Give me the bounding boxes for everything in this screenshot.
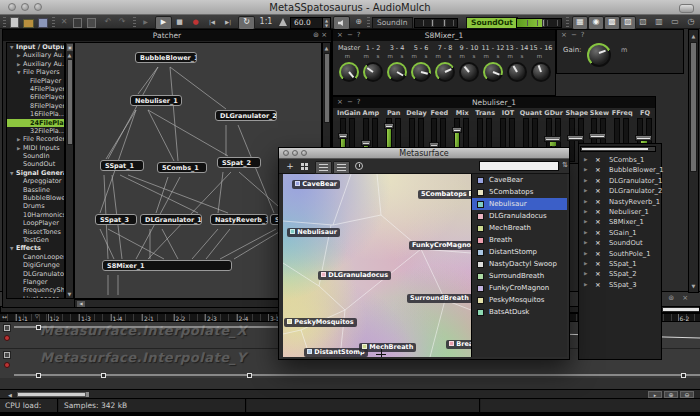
palette-item-bassline[interactable]: Bassline (7, 186, 64, 194)
zoom-in-button[interactable]: ⊕ (664, 391, 678, 398)
tempo-spinner[interactable]: ▲▼ (322, 17, 331, 29)
palette-item-flanger[interactable]: Flanger (7, 278, 64, 286)
automation-settings-icon[interactable]: ⊛ (668, 294, 674, 302)
slider-handle[interactable] (589, 133, 606, 139)
surface-snapshot-funkycromagnon[interactable]: FunkyCroMagnon (409, 241, 471, 250)
palette-item-8fileplayer[interactable]: 8FilePlayer (7, 102, 64, 110)
automation-target-5combs_1[interactable]: ▶×5Combs_1 (579, 155, 663, 165)
metronome-icon[interactable] (279, 18, 287, 26)
palette-item-drums[interactable]: Drums (7, 202, 64, 210)
snapshot-list-item[interactable]: Nebulisaur (472, 198, 567, 210)
automation-point[interactable] (36, 325, 41, 330)
nebuliser-minimize-icon[interactable]: − (347, 98, 357, 106)
copy-icon[interactable] (73, 18, 82, 28)
automation-target-sgain_1[interactable]: ▶×SGain_1 (579, 228, 663, 238)
expand-icon[interactable]: ▶ (584, 176, 587, 186)
expand-icon[interactable]: ▶ (584, 217, 587, 227)
history-clock-icon[interactable] (355, 162, 363, 170)
grid-view-icon[interactable] (301, 163, 308, 170)
palette-item-dlgranulator[interactable]: DLGranulator (7, 270, 64, 278)
channel-mute-solo[interactable]: m s (481, 53, 505, 59)
playhead-marker-icon[interactable]: ▽ (35, 313, 39, 319)
patch-node-sspat_1[interactable]: SSpat_1 (100, 160, 144, 171)
scroll-thumb[interactable] (663, 308, 699, 311)
palette-pin-icon[interactable]: ▣ (67, 44, 73, 51)
patch-node-nebuliser_1[interactable]: Nebuliser_1 (130, 95, 182, 106)
surface-snapshot-nebulisaur[interactable]: Nebulisaur (287, 228, 340, 237)
meter-handle[interactable] (443, 19, 446, 27)
network-clock-icon[interactable]: ⊕ (352, 16, 365, 28)
palette-item-fileplayer[interactable]: FilePlayer (7, 77, 64, 85)
delete-icon[interactable]: × (595, 176, 601, 186)
snapshots-view-icon[interactable]: ▨ (620, 16, 636, 30)
interpolation-crosshair[interactable] (376, 349, 386, 357)
patcher-settings-icon[interactable]: ⊛ (313, 31, 319, 39)
surface-snapshot-mechbreath[interactable]: MechBreath (359, 343, 416, 352)
scroll-thumb-cap[interactable] (86, 392, 89, 397)
patcher-view-icon[interactable]: ▦ (572, 16, 588, 30)
metasurface-canvas[interactable]: CaveBear5Combatops NebulisaurFunkyCroMag… (283, 174, 471, 357)
automation-target-sspat_2[interactable]: ▶×SSpat_2 (579, 269, 663, 279)
expand-icon[interactable]: ▶ (584, 165, 587, 175)
channel-knob[interactable] (459, 62, 479, 82)
list-view-1-icon[interactable] (315, 161, 332, 174)
palette-item-arpeggiator[interactable]: Arpeggiator (7, 177, 64, 185)
scroll-thumb[interactable] (324, 53, 330, 123)
channel-mute-solo[interactable]: m s (505, 53, 529, 59)
automation-target-nebuliser_1[interactable]: ▶×Nebuliser_1 (579, 207, 663, 217)
loop-button[interactable]: ↻ (238, 16, 255, 30)
snapshot-list-item[interactable]: SurroundBreath (472, 270, 567, 282)
palette-item-midiinputs[interactable]: ▶MIDI Inputs (7, 144, 64, 152)
expand-icon[interactable]: ▶ (584, 238, 587, 248)
channel-knob[interactable] (435, 62, 455, 82)
slider-handle[interactable] (338, 133, 348, 139)
slider-handle[interactable] (361, 140, 371, 146)
automation-close-icon[interactable]: × (682, 294, 688, 302)
channel-mute-solo[interactable]: m s (409, 53, 433, 59)
snapshot-list-item[interactable]: PeskyMosquitos (472, 294, 567, 306)
channel-knob[interactable] (483, 62, 503, 82)
soundin-label[interactable]: SoundIn (372, 17, 413, 29)
timeline-pan-button[interactable]: ▸ (648, 391, 662, 398)
play-button[interactable]: ▶ (155, 16, 172, 30)
automation-target-dlgranulator_2[interactable]: ▶×DLGranulator_2 (579, 186, 663, 196)
clock-icon[interactable]: ◷ (684, 16, 698, 28)
snapshot-list-item[interactable]: MechBreath (472, 222, 567, 234)
palette-item-4fileplayer[interactable]: 4FilePlayer (7, 85, 64, 93)
delete-icon[interactable]: × (595, 186, 601, 196)
scroll-thumb[interactable] (582, 148, 648, 150)
gain-mute-label[interactable]: m (621, 46, 627, 54)
delete-icon[interactable]: × (595, 197, 601, 207)
patch-node-sspat_2[interactable]: SSpat_2 (217, 157, 261, 168)
scroll-left-icon[interactable]: ◀ (77, 301, 85, 307)
channel-mute-solo[interactable]: m (337, 53, 361, 59)
palette-item-signalgenerators[interactable]: ▼Signal Generators (7, 169, 64, 177)
tempo-field[interactable]: 60.0 (290, 17, 325, 29)
scroll-up-icon[interactable]: ▲ (689, 33, 698, 39)
scroll-down-icon[interactable]: ▼ (689, 283, 698, 289)
channel-mute-solo[interactable]: m s (433, 53, 457, 59)
nebuliser-help-icon[interactable]: ? (357, 98, 365, 106)
metasurface-titlebar[interactable]: Metasurface (279, 148, 569, 159)
palette-item-fileplayers[interactable]: ▼File Players (7, 68, 64, 76)
new-file-icon[interactable] (10, 17, 19, 28)
scroll-down-icon[interactable]: ▼ (66, 291, 73, 297)
go-start-button[interactable]: |◀ (205, 16, 219, 28)
palette-item-inputoutput[interactable]: ▼Input / Output (7, 43, 64, 51)
scroll-up-icon[interactable]: ▲ (66, 52, 73, 58)
record-arm-icon[interactable]: ◉ (588, 16, 604, 30)
zoom-out-button[interactable]: ⊖ (680, 391, 694, 398)
gain-minimize-icon[interactable]: − (571, 31, 581, 39)
slider-handle[interactable] (452, 127, 462, 133)
stop-button[interactable]: ■ (173, 16, 186, 28)
metasurface-search-input[interactable] (479, 161, 559, 171)
palette-item-24filepla[interactable]: 24FilePla... (7, 119, 64, 127)
automation-target-s8mixer_1[interactable]: ▶×S8Mixer_1 (579, 217, 663, 227)
record-button[interactable]: ● (189, 16, 202, 28)
contraption-palette-tree[interactable]: ▼Input / Output▶Auxiliary Au...▶Auxiliar… (6, 42, 65, 299)
palette-item-canonlooper[interactable]: CanonLooper (7, 253, 64, 261)
scroll-up-icon[interactable]: ▲ (323, 45, 330, 51)
snapshot-list-item[interactable]: BatsAtDusk (472, 306, 567, 318)
channel-knob[interactable] (411, 62, 431, 82)
automation-target-dlgranulator_1[interactable]: ▶×DLGranulator_1 (579, 176, 663, 186)
